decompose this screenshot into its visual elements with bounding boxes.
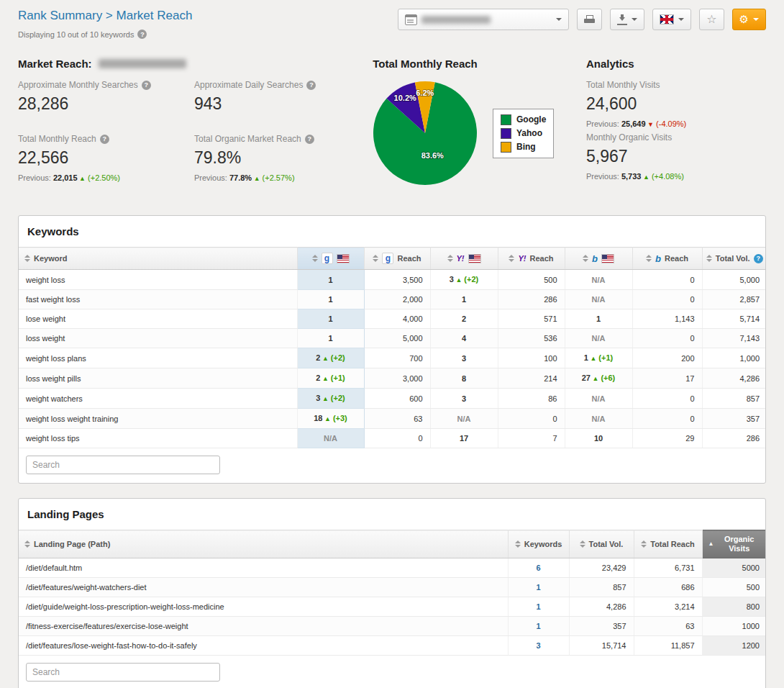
total-reach-cell: 686 [634, 578, 702, 597]
sort-icon [24, 540, 30, 548]
column-header-yahoo-rank[interactable]: Y! [430, 248, 498, 270]
column-label: Keywords [524, 540, 562, 548]
help-icon[interactable] [137, 30, 147, 39]
legend-swatch [501, 128, 511, 139]
column-label: Total Vol. [716, 254, 750, 263]
up-arrow-icon: ▲ [588, 355, 596, 362]
google-rank-cell: 2 ▲ (+2) [297, 348, 364, 368]
landing-pages-table-wrap: Landing Page (Path)KeywordsTotal Vol.Tot… [19, 530, 765, 656]
breadcrumb[interactable]: Rank Summary > Market Reach [18, 9, 192, 23]
column-header-google-reach[interactable]: gReach [364, 248, 430, 270]
column-header-landing-page-path[interactable]: Landing Page (Path) [19, 530, 508, 558]
column-header-keyword[interactable]: Keyword [19, 248, 297, 270]
bing-reach-cell: 0 [632, 270, 702, 290]
help-icon[interactable] [754, 254, 763, 263]
landing-page-path-cell: /diet/features/lose-weight-fast-how-to-d… [19, 636, 508, 656]
column-header-total-volume[interactable]: Total Vol. [702, 248, 766, 270]
bing-reach-cell: 1,143 [632, 309, 702, 329]
print-button[interactable] [577, 9, 602, 30]
total-volume-cell: 2,857 [702, 290, 766, 309]
favorite-button[interactable] [699, 9, 724, 30]
landing-page-row: /diet/features/lose-weight-fast-how-to-d… [19, 636, 766, 656]
keywords-table-wrap: KeywordggReachY!Y!ReachbbReachTotal Vol.… [19, 247, 765, 448]
metric-label: Total Organic Market Reach [194, 134, 362, 144]
total-volume-cell: 286 [702, 429, 766, 448]
google-reach-cell: 2,000 [364, 290, 430, 309]
keyword-cell: loss weight [19, 329, 297, 348]
metric-label: Approximate Monthly Searches [18, 80, 194, 90]
total-volume-cell: 357 [702, 409, 766, 429]
export-button[interactable] [610, 9, 644, 30]
metric-value: 79.8% [194, 148, 362, 168]
market-metrics: Approximate Monthly Searches28,286Approx… [18, 80, 362, 182]
column-header-total-reach[interactable]: Total Reach [634, 530, 702, 558]
chevron-down-icon [678, 18, 684, 21]
landing-page-row: /diet/features/weight-watchers-diet18576… [19, 578, 766, 597]
column-header-yahoo-reach[interactable]: Y!Reach [498, 248, 565, 270]
keywords-panel-heading: Keywords [19, 216, 765, 247]
us-flag-icon [601, 254, 614, 263]
landing-page-path-cell: /diet/default.htm [19, 558, 508, 578]
settings-button[interactable] [732, 9, 766, 30]
help-icon[interactable] [142, 81, 151, 90]
google-reach-cell: 4,000 [364, 309, 430, 329]
help-icon[interactable] [306, 81, 316, 90]
google-rank-cell: 2 ▲ (+1) [297, 368, 364, 389]
chevron-down-icon [753, 18, 759, 21]
metric-value: 24,600 [586, 94, 766, 114]
total-volume-cell: 4,286 [702, 368, 766, 389]
column-header-total-volume[interactable]: Total Vol. [569, 530, 634, 558]
chevron-down-icon [556, 18, 562, 21]
column-header-google-rank[interactable]: g [297, 248, 364, 270]
up-arrow-icon: ▲ [454, 276, 462, 284]
landing-page-row: /diet/default.htm623,4296,7315000 [19, 558, 766, 578]
sort-asc-icon: ▲ [708, 540, 714, 548]
keywords-table: KeywordggReachY!Y!ReachbbReachTotal Vol.… [19, 247, 766, 448]
help-icon[interactable] [305, 135, 314, 144]
help-icon[interactable] [100, 135, 109, 144]
reach-chart-section: Total Monthly Reach 83.6%10.2%6.2% Googl… [362, 58, 586, 191]
column-label: Total Reach [650, 540, 695, 548]
landing-pages-search-input[interactable] [26, 663, 220, 682]
column-header-keywords-count[interactable]: Keywords [508, 530, 569, 558]
yahoo-rank-cell: 17 [430, 429, 498, 448]
export-icon [617, 14, 627, 25]
column-header-organic-visits[interactable]: ▲Organic Visits [702, 530, 766, 558]
yahoo-reach-cell: 286 [498, 290, 565, 309]
sort-icon [373, 255, 378, 262]
google-reach-cell: 5,000 [364, 329, 430, 348]
metric-value: 5,967 [586, 147, 766, 166]
column-label: Total Vol. [589, 540, 624, 548]
yahoo-rank-cell: 3 ▲ (+2) [430, 270, 498, 290]
metric-label: Total Monthly Reach [18, 134, 194, 144]
language-button[interactable] [652, 9, 691, 30]
up-arrow-icon: ▲ [320, 395, 328, 402]
yahoo-rank-cell: 3 [430, 389, 498, 409]
keywords-search-input[interactable] [26, 456, 220, 474]
column-header-bing-rank[interactable]: b [565, 248, 632, 270]
legend-label: Yahoo [516, 128, 542, 138]
bing-rank-cell: N/A [565, 409, 632, 429]
total-volume-cell: 23,429 [569, 558, 634, 578]
landing-page-row: /fitness-exercise/features/exercise-lose… [19, 617, 766, 636]
column-label: Keyword [34, 254, 67, 263]
bing-rank-cell: N/A [565, 270, 632, 290]
metric-total-organic-market-reach: Total Organic Market Reach79.8%Previous:… [194, 134, 362, 182]
legend-label: Google [516, 114, 546, 125]
pie-chart: 83.6%10.2%6.2% [368, 76, 483, 191]
date-picker[interactable] [398, 9, 569, 30]
metric-value: 943 [194, 94, 362, 114]
analytics-heading: Analytics [586, 58, 766, 70]
sort-icon [509, 255, 514, 262]
yahoo-reach-cell: 7 [498, 429, 565, 448]
up-arrow-icon: ▲ [78, 175, 86, 182]
keyword-cell: weight loss plans [19, 348, 297, 368]
pie-label-yahoo: 10.2% [394, 94, 416, 102]
column-header-bing-reach[interactable]: bReach [632, 248, 702, 270]
bing-rank-cell: 10 [565, 429, 632, 448]
yahoo-reach-cell: 536 [498, 329, 565, 348]
yahoo-reach-cell: 86 [498, 389, 565, 409]
calendar-icon [405, 14, 417, 25]
total-volume-cell: 4,286 [569, 597, 634, 617]
organic-visits-cell: 500 [702, 578, 766, 597]
